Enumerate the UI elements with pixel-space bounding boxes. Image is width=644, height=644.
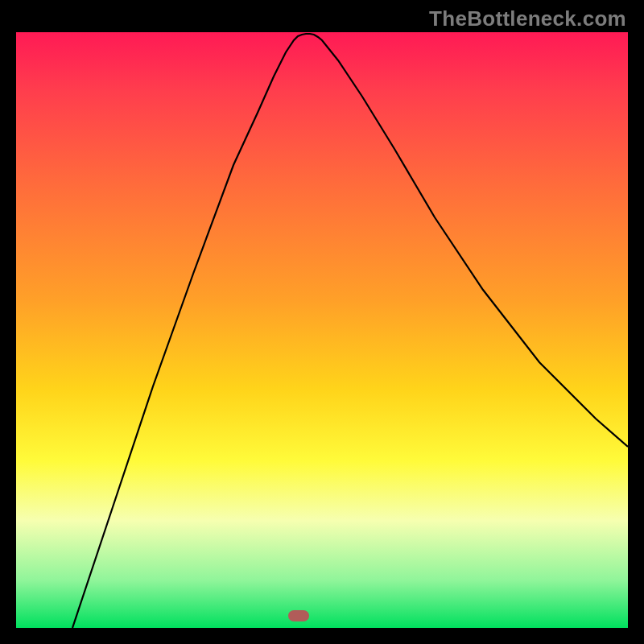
bottleneck-curve (16, 32, 628, 628)
chart-container: TheBottleneck.com (0, 0, 644, 644)
optimum-marker-icon (288, 610, 309, 621)
curve-path (72, 34, 628, 628)
watermark-text: TheBottleneck.com (429, 6, 626, 31)
plot-area (16, 32, 628, 628)
